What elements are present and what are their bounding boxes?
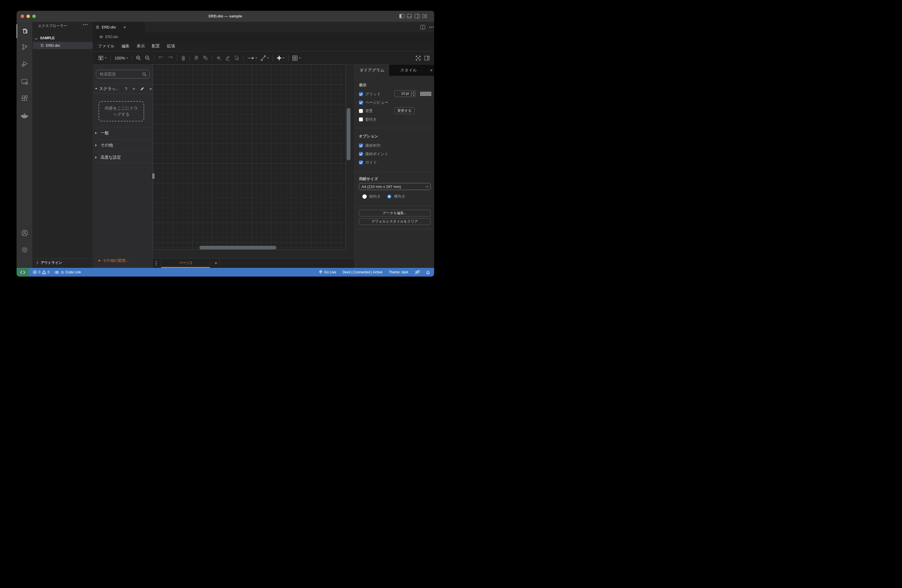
- landscape-radio[interactable]: [387, 194, 391, 199]
- scratchpad-edit-icon[interactable]: [140, 87, 144, 91]
- clear-default-style-button[interactable]: デフォルトスタイルをクリア: [359, 218, 431, 225]
- insert-button[interactable]: [275, 54, 286, 63]
- zoom-out-button[interactable]: [143, 54, 152, 63]
- remote-explorer-icon[interactable]: [17, 75, 33, 89]
- to-back-button[interactable]: [201, 54, 210, 63]
- toggle-panel-icon[interactable]: [407, 14, 412, 18]
- section-misc[interactable]: その他: [93, 139, 153, 150]
- extensions-icon[interactable]: [17, 92, 33, 105]
- scratchpad-add-icon[interactable]: +: [133, 86, 135, 92]
- shapes-panel-resize-grip[interactable]: [152, 174, 155, 179]
- code-link-item[interactable]: Code Link: [55, 270, 81, 274]
- portrait-radio[interactable]: [362, 194, 367, 199]
- to-front-button[interactable]: [192, 54, 201, 63]
- undo-button[interactable]: [157, 54, 166, 63]
- pages-menu-icon[interactable]: [156, 261, 157, 266]
- zoom-dropdown[interactable]: 100%: [113, 54, 130, 63]
- redo-button[interactable]: [166, 54, 175, 63]
- scratchpad-section[interactable]: スクラッ.. ? + ×: [93, 84, 153, 94]
- error-count: 0: [38, 270, 41, 274]
- connection-arrow-button[interactable]: [246, 54, 259, 63]
- guides-checkbox[interactable]: [359, 160, 363, 164]
- grid-size-input[interactable]: 10 pt: [394, 90, 411, 97]
- editor-more-actions-icon[interactable]: [429, 27, 434, 28]
- feedback-icon[interactable]: [415, 270, 420, 275]
- zoom-in-button[interactable]: [134, 54, 143, 63]
- tab-diagram[interactable]: ダイアグラム: [355, 64, 389, 76]
- theme-status[interactable]: Theme: dark: [389, 270, 408, 274]
- menu-arrange[interactable]: 配置: [152, 44, 160, 49]
- split-editor-icon[interactable]: [420, 25, 425, 29]
- menu-file[interactable]: ファイル: [98, 44, 114, 49]
- scratchpad-title: スクラッ..: [99, 86, 118, 92]
- shadow-checkbox[interactable]: [359, 117, 363, 122]
- grid-page[interactable]: [153, 64, 346, 250]
- section-general[interactable]: 一般: [93, 127, 153, 138]
- page-tab-1[interactable]: ページ1: [161, 258, 210, 268]
- file-row-erd-dio[interactable]: ERD.dio: [33, 42, 93, 49]
- scratchpad-help-icon[interactable]: ?: [125, 87, 127, 91]
- section-advanced[interactable]: 高度な設定: [93, 152, 153, 163]
- connection-arrows-checkbox[interactable]: [359, 144, 363, 148]
- vertical-scrollbar[interactable]: [347, 108, 351, 160]
- table-button[interactable]: [291, 54, 302, 63]
- breadcrumb[interactable]: ERD.dio: [93, 33, 434, 41]
- grid-color-swatch[interactable]: [418, 90, 433, 98]
- menu-extras[interactable]: 拡張: [167, 44, 175, 49]
- diagram-canvas[interactable]: ページ1 +: [153, 64, 354, 268]
- line-color-button[interactable]: [223, 54, 232, 63]
- customize-layout-icon[interactable]: [422, 14, 427, 18]
- grid-checkbox[interactable]: [359, 92, 363, 96]
- settings-gear-icon[interactable]: [17, 243, 33, 257]
- editor-tab-strip: ERD.dio ×: [93, 22, 434, 33]
- tab-style[interactable]: スタイル: [389, 64, 428, 76]
- scratchpad-close-icon[interactable]: ×: [149, 86, 152, 91]
- remote-indicator[interactable]: [17, 268, 29, 277]
- toggle-primary-sidebar-icon[interactable]: [399, 14, 404, 18]
- activity-bar: [17, 22, 33, 268]
- delete-button[interactable]: [179, 54, 188, 63]
- shape-search-input[interactable]: [96, 70, 149, 78]
- run-debug-icon[interactable]: [17, 57, 33, 71]
- connection-points-checkbox[interactable]: [359, 152, 363, 156]
- source-control-icon[interactable]: [17, 40, 33, 54]
- menu-edit[interactable]: 編集: [122, 44, 130, 49]
- horizontal-scrollbar[interactable]: [199, 246, 276, 250]
- problems-indicator[interactable]: 0 0: [33, 270, 49, 274]
- notifications-bell-icon[interactable]: [426, 270, 430, 275]
- background-checkbox[interactable]: [359, 109, 363, 113]
- grid-size-stepper[interactable]: [412, 90, 416, 97]
- shadow-button[interactable]: [232, 54, 241, 63]
- tab-erd-dio[interactable]: ERD.dio ×: [93, 22, 145, 33]
- paper-size-select[interactable]: A4 (210 mm x 297 mm): [359, 183, 431, 190]
- fill-color-button[interactable]: [214, 54, 223, 63]
- view-options-button[interactable]: [97, 54, 108, 63]
- format-panel-toggle-icon[interactable]: [423, 54, 431, 63]
- format-panel-close-icon[interactable]: ×: [428, 64, 434, 76]
- pageview-checkbox[interactable]: [359, 100, 363, 105]
- drawio-menu-bar: ファイル 編集 表示 配置 拡張: [93, 41, 434, 52]
- shape-search-box[interactable]: [96, 70, 150, 78]
- tab-close-icon[interactable]: ×: [123, 25, 126, 30]
- toggle-secondary-sidebar-icon[interactable]: [415, 14, 420, 18]
- deck-status[interactable]: Deck | Connected | Active: [343, 270, 382, 274]
- accounts-icon[interactable]: [17, 226, 33, 240]
- stepper-down-icon[interactable]: [412, 94, 416, 97]
- chevron-down-icon: [35, 37, 38, 39]
- folder-row-sample[interactable]: SAMPLE: [33, 34, 93, 42]
- edit-data-button[interactable]: データを編集...: [359, 210, 431, 216]
- outline-section[interactable]: アウトライン: [33, 258, 93, 267]
- scratchpad-dropzone[interactable]: 内容をここにドラッグする: [99, 101, 144, 122]
- change-background-button[interactable]: 変更する: [394, 107, 415, 114]
- go-live-button[interactable]: Go Live: [319, 270, 336, 274]
- docker-icon[interactable]: [17, 109, 33, 123]
- connection-points-label: 接続ポイント: [365, 152, 388, 156]
- connection-line-button[interactable]: [259, 54, 271, 63]
- explorer-icon[interactable]: [17, 24, 33, 38]
- add-page-button[interactable]: +: [212, 258, 219, 268]
- menu-view[interactable]: 表示: [136, 44, 145, 49]
- explorer-more-actions-icon[interactable]: [83, 24, 88, 25]
- more-shapes-button[interactable]: + その他の図形...: [98, 258, 129, 263]
- fullscreen-icon[interactable]: [414, 54, 423, 63]
- stepper-up-icon[interactable]: [412, 90, 416, 94]
